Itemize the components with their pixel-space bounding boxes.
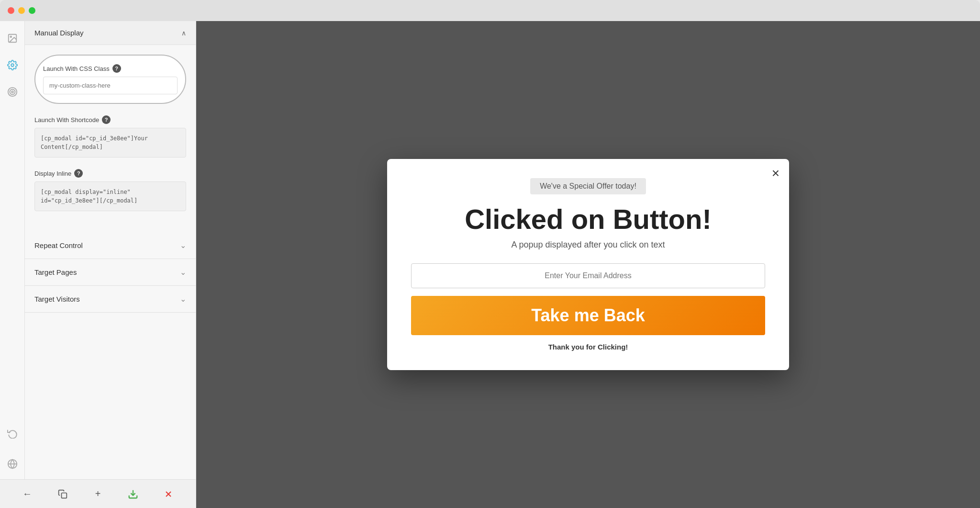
image-icon[interactable]	[5, 31, 20, 46]
titlebar	[0, 0, 980, 21]
download-button[interactable]	[125, 486, 141, 502]
modal-subtitle: A popup displayed after you click on tex…	[411, 240, 765, 250]
close-button[interactable]	[161, 486, 176, 502]
modal-overlay: × We've a Special Offer today! Clicked o…	[196, 21, 980, 508]
modal-email-input[interactable]	[411, 263, 765, 288]
css-class-label-row: Launch With CSS Class ?	[43, 64, 178, 73]
css-class-group: Launch With CSS Class ?	[34, 55, 186, 104]
repeat-control-chevron: ⌄	[180, 241, 186, 250]
css-class-input[interactable]	[43, 77, 178, 94]
target-visitors-chevron: ⌄	[180, 294, 186, 304]
minimize-traffic-light[interactable]	[18, 7, 25, 14]
target-pages-section: Target Pages ⌄	[25, 259, 196, 286]
main-content-area: × We've a Special Offer today! Clicked o…	[196, 21, 980, 508]
app-window: Manual Display ∧ Launch With CSS Class ?	[0, 0, 980, 508]
modal-cta-button[interactable]: Take me Back	[411, 296, 765, 335]
history-icon[interactable]	[5, 426, 20, 441]
css-class-label: Launch With CSS Class	[43, 65, 110, 72]
traffic-lights	[8, 7, 35, 14]
shortcode-value: [cp_modal id="cp_id_3e8ee"]Your Content[…	[34, 128, 186, 158]
popup-modal: × We've a Special Offer today! Clicked o…	[387, 159, 789, 371]
repeat-control-header[interactable]: Repeat Control ⌄	[25, 232, 196, 259]
repeat-control-title: Repeat Control	[34, 241, 83, 249]
maximize-traffic-light[interactable]	[29, 7, 35, 14]
svg-rect-8	[61, 493, 67, 498]
globe-icon[interactable]	[5, 456, 20, 472]
manual-display-chevron: ∧	[181, 29, 186, 37]
add-button[interactable]: +	[90, 486, 105, 502]
duplicate-button[interactable]	[55, 486, 70, 502]
target-icon[interactable]	[5, 84, 20, 100]
manual-display-body: Launch With CSS Class ? Launch With Shor…	[25, 45, 196, 232]
svg-point-5	[11, 91, 13, 93]
shortcode-label-row: Launch With Shortcode ?	[34, 115, 186, 124]
manual-display-header[interactable]: Manual Display ∧	[25, 21, 196, 45]
shortcode-group: Launch With Shortcode ? [cp_modal id="cp…	[34, 115, 186, 158]
svg-point-2	[11, 64, 14, 67]
modal-footer-text: Thank you for Clicking!	[411, 343, 765, 351]
target-visitors-section: Target Visitors ⌄	[25, 286, 196, 313]
display-inline-help-icon[interactable]: ?	[74, 169, 83, 178]
shortcode-help-icon[interactable]: ?	[102, 115, 111, 124]
sidebar-icon-column	[0, 21, 25, 479]
target-pages-header[interactable]: Target Pages ⌄	[25, 259, 196, 285]
modal-badge: We've a Special Offer today!	[530, 178, 646, 194]
svg-point-4	[10, 90, 15, 95]
modal-title: Clicked on Button!	[411, 204, 765, 235]
display-inline-group: Display Inline ? [cp_modal display="inli…	[34, 169, 186, 211]
settings-icon[interactable]	[5, 57, 20, 73]
css-class-help-icon[interactable]: ?	[112, 64, 121, 73]
display-inline-label: Display Inline	[34, 170, 71, 177]
svg-point-1	[10, 36, 11, 37]
display-inline-label-row: Display Inline ?	[34, 169, 186, 178]
modal-close-button[interactable]: ×	[772, 167, 780, 180]
target-visitors-header[interactable]: Target Visitors ⌄	[25, 286, 196, 312]
target-pages-title: Target Pages	[34, 268, 77, 276]
display-inline-value: [cp_modal display="inline" id="cp_id_3e8…	[34, 181, 186, 211]
manual-display-title: Manual Display	[34, 29, 84, 37]
sidebar-bottom-bar: ← +	[0, 479, 196, 508]
window-body: Manual Display ∧ Launch With CSS Class ?	[0, 21, 980, 508]
repeat-control-section: Repeat Control ⌄	[25, 232, 196, 259]
shortcode-label: Launch With Shortcode	[34, 116, 99, 124]
target-pages-chevron: ⌄	[180, 268, 186, 277]
sidebar-content: Manual Display ∧ Launch With CSS Class ?	[25, 21, 196, 479]
target-visitors-title: Target Visitors	[34, 295, 80, 303]
sidebar: Manual Display ∧ Launch With CSS Class ?	[0, 21, 196, 508]
back-button[interactable]: ←	[20, 486, 35, 502]
close-traffic-light[interactable]	[8, 7, 14, 14]
